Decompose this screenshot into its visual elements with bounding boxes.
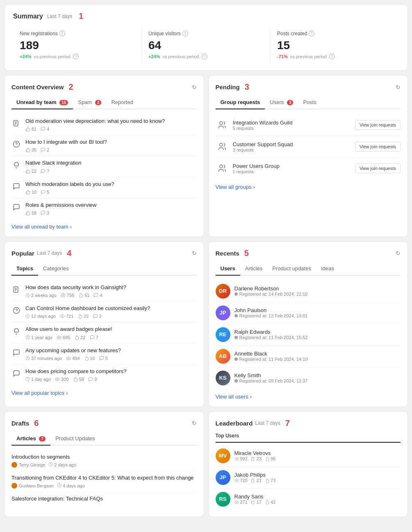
user-name[interactable]: Darlene Robertson — [234, 285, 308, 292]
draft-title[interactable]: Transitioning from CKEditor 4 to CKEdito… — [11, 475, 197, 481]
tab-categories[interactable]: Categories — [38, 263, 74, 275]
recents-title: Recents — [216, 250, 239, 257]
stat-label-0: New registrations — [20, 31, 58, 36]
item-meta: 12 days ago 721 22 2 — [25, 314, 197, 319]
view-all-unread[interactable]: View all unread by team › — [11, 224, 197, 230]
list-item: Salesforce integration: Technical FAQs — [11, 492, 197, 507]
view-all-users[interactable]: View all users › — [216, 394, 401, 400]
tab-unread-by-team[interactable]: Unread by team 15 — [11, 97, 73, 109]
tab-pending-posts-label: Posts — [303, 99, 316, 105]
list-item: Roles & permissions overview 58 3 — [11, 198, 197, 219]
author-name: Gustavo Bergson — [19, 483, 54, 488]
info-icon-posts-change[interactable]: ? — [329, 54, 335, 59]
user-name[interactable]: Ralph Edwards — [234, 329, 308, 335]
info-icon-vis-change[interactable]: ? — [202, 54, 207, 59]
user-name[interactable]: Kelly Smith — [234, 372, 308, 378]
info-icon-registrations[interactable]: ? — [59, 31, 65, 36]
item-meta: 35 2 — [25, 147, 197, 152]
info-icon-visitors[interactable]: ? — [182, 31, 188, 36]
tab-topics[interactable]: Topics — [11, 263, 38, 275]
recents-refresh[interactable]: ↻ — [396, 250, 401, 256]
list-item: Can Control Home dashboard be customized… — [11, 301, 197, 322]
tab-pending-users[interactable]: Users 3 — [265, 97, 298, 109]
draft-title[interactable]: Salesforce integration: Technical FAQs — [11, 496, 197, 502]
item-title: Allow users to award badges please! — [25, 326, 197, 333]
popular-period: Last 7 days — [37, 250, 62, 256]
popular-refresh[interactable]: ↻ — [192, 250, 197, 256]
drafts-title: Drafts — [11, 420, 29, 427]
info-icon-reg-change[interactable]: ? — [73, 54, 79, 59]
tab-topics-label: Topics — [16, 265, 33, 272]
tab-unread-label: Unread by team — [16, 99, 57, 105]
list-item: Allow users to award badges please! 1 ye… — [11, 322, 197, 343]
draft-title[interactable]: Introduction to segments — [11, 454, 197, 460]
recents-panel: Recents 5 ↻ Users Articles Product updat… — [209, 242, 407, 406]
group-name[interactable]: Power Users Group — [233, 163, 280, 169]
view-count: 695 — [57, 335, 70, 340]
content-overview-refresh[interactable]: ↻ — [192, 84, 197, 91]
tab-articles[interactable]: Articles — [240, 263, 268, 275]
list-item: Old moderation view depreciation: what y… — [11, 114, 197, 135]
chat-icon — [11, 202, 21, 212]
posts-stat: 17 — [251, 500, 262, 505]
view-all-groups-label: View all groups — [216, 184, 252, 190]
drafts-refresh[interactable]: ↻ — [192, 420, 197, 426]
tab-drafts-product-updates[interactable]: Product Updates — [50, 433, 100, 445]
comment-count: 5 — [41, 190, 49, 195]
request-count: 5 requests — [233, 126, 293, 131]
pending-refresh[interactable]: ↻ — [396, 84, 401, 91]
time-label: 2 weeks ago — [25, 293, 57, 298]
stat-posts-created: Posts created ? 15 -71% vs previous peri… — [271, 27, 399, 63]
dot-icon — [234, 336, 238, 339]
stat-change-0: +24% — [20, 54, 31, 59]
content-items-list: Old moderation view depreciation: what y… — [11, 114, 197, 219]
tab-spam[interactable]: Spam 2 — [73, 97, 106, 109]
tab-product-updates[interactable]: Product updates — [267, 263, 316, 275]
view-join-requests-button[interactable]: View join requests — [355, 120, 401, 130]
tab-reported[interactable]: Reported — [106, 97, 138, 109]
view-join-requests-button[interactable]: View join requests — [355, 163, 401, 173]
avatar: MV — [216, 448, 230, 463]
leader-name[interactable]: Jakob Philips — [234, 472, 401, 478]
tab-ideas-label: Ideas — [321, 265, 334, 272]
group-name[interactable]: Customer Support Squad — [233, 141, 293, 147]
list-item: How does data security work in Gainsight… — [11, 281, 197, 301]
tab-ideas[interactable]: Ideas — [316, 263, 339, 275]
stat-label-1: Unique visitors — [148, 31, 181, 36]
like-count: 10 — [25, 190, 36, 195]
dot-icon — [234, 314, 238, 317]
dot-icon — [234, 379, 238, 383]
leader-name[interactable]: Miracle Vetrovs — [234, 450, 401, 456]
user-name[interactable]: John Paulson — [234, 307, 308, 313]
draft-meta: Terry George 2 days ago — [11, 462, 197, 468]
info-icon-posts[interactable]: ? — [309, 31, 314, 36]
view-join-requests-button[interactable]: View join requests — [355, 142, 401, 152]
user-name[interactable]: Annette Black — [234, 351, 308, 357]
tab-drafts-articles[interactable]: Articles 7 — [11, 433, 50, 445]
like-count: 22 — [77, 314, 89, 319]
view-all-groups[interactable]: View all groups › — [216, 184, 401, 190]
leader-name[interactable]: Randy Saris — [234, 494, 401, 500]
leader-stats: 992 23 96 — [234, 456, 401, 461]
section-number-1: 1 — [79, 11, 83, 21]
svg-point-30 — [236, 480, 237, 481]
group-name[interactable]: Integration Wizards Guild — [233, 120, 293, 126]
tab-drafts-product-updates-label: Product Updates — [55, 435, 95, 441]
stat-vs-2: vs previous period — [290, 54, 327, 59]
tab-drafts-articles-label: Articles — [16, 435, 36, 441]
like-count: 58 — [73, 377, 84, 382]
popular-title: Popular — [11, 250, 34, 257]
tab-pending-users-badge: 3 — [287, 100, 294, 105]
item-meta: 2 weeks ago 755 61 4 — [25, 293, 197, 298]
tab-pending-posts[interactable]: Posts — [298, 97, 321, 109]
tab-group-requests[interactable]: Group requests — [216, 97, 265, 109]
view-count: 721 — [60, 314, 73, 319]
view-count: 320 — [55, 377, 68, 382]
view-all-popular[interactable]: View all popular topics › — [11, 390, 197, 396]
like-count: 22 — [74, 335, 85, 340]
leaderboard-title: Leaderboard — [216, 420, 253, 427]
pending-title: Pending — [216, 84, 240, 91]
tab-users[interactable]: Users — [216, 263, 240, 275]
tab-drafts-articles-badge: 7 — [39, 436, 46, 441]
document-icon — [11, 118, 21, 128]
